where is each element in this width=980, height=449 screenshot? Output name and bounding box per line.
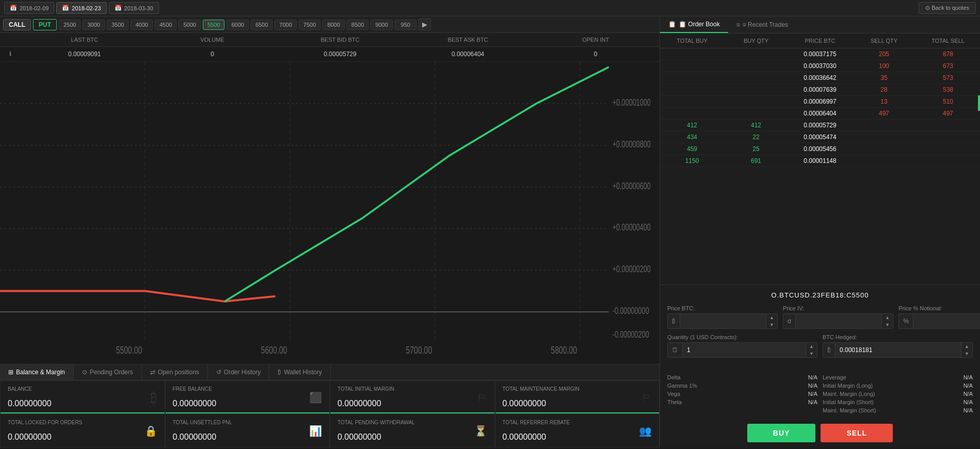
greeks-left: Delta N/A Gamma 1% N/A Vega N/A Theta N/… (667, 373, 817, 414)
tab-balance-margin[interactable]: ⊞ Balance & Margin (0, 364, 74, 380)
info-icon[interactable]: ℹ (0, 49, 21, 59)
date-tab-3[interactable]: 📅 2018-03-30 (109, 2, 159, 14)
strike-3000[interactable]: 3000 (83, 20, 104, 30)
price-notional-group: Price % Notional: % ▲ ▼ (898, 305, 980, 329)
price-iv-input[interactable] (796, 314, 881, 328)
price-row: Price BTC: ₿ ▲ ▼ Price IV: σ (667, 305, 973, 329)
referrer-icon: 👥 (639, 425, 652, 437)
open-int-value: 0 (532, 49, 660, 59)
quantity-icon: 🗒 (668, 343, 683, 357)
trade-buttons: BUY SELL (660, 419, 980, 447)
ob-r4-sell-qty: 28 (852, 84, 916, 95)
date-tab-1[interactable]: 📅 2018-02-09 (4, 2, 54, 14)
locked-orders-label: TOTAL LOCKED FOR ORDERS (8, 420, 157, 425)
strike-2500[interactable]: 2500 (59, 20, 81, 30)
tab-open-positions[interactable]: ⇄ Open positions (142, 364, 208, 380)
price-btc-down[interactable]: ▼ (766, 321, 777, 328)
strike-7000[interactable]: 7000 (275, 20, 296, 30)
best-ask-value: 0.00006404 (404, 49, 532, 59)
strike-6500[interactable]: 6500 (251, 20, 272, 30)
greek-maint-long: Maint. Margin (Long) N/A (823, 390, 973, 398)
greek-initial-long: Initial Margin (Long) N/A (823, 381, 973, 390)
btc-hedged-icon: ₿ (823, 343, 836, 357)
maint-long-value: N/A (963, 391, 973, 397)
strike-8500[interactable]: 8500 (347, 20, 368, 30)
btc-hedged-input[interactable] (836, 343, 961, 357)
balance-card-balance-label: BALANCE (8, 386, 157, 392)
ob-r6-buy-qty (724, 108, 788, 119)
balance-card-initial-margin-label: TOTAL INITIAL MARGIN (338, 386, 487, 392)
header-best-ask: BEST ASK BTC (404, 35, 532, 44)
ob-row-9: 459 25 0.00005456 (660, 143, 980, 155)
tab-wallet-history[interactable]: ₿ Wallet History (269, 364, 331, 380)
vega-value: N/A (808, 391, 817, 397)
strike-8000[interactable]: 8000 (323, 20, 344, 30)
cal-icon-3: 📅 (115, 5, 122, 11)
ob-r8-total-sell (916, 131, 980, 143)
sell-button[interactable]: SELL (821, 424, 893, 442)
put-button[interactable]: PUT (33, 19, 57, 30)
strike-6000[interactable]: 6000 (227, 20, 248, 30)
strike-9000[interactable]: 9000 (371, 20, 392, 30)
balance-section-1: BALANCE 0.00000000 ₿ FREE BALANCE 0.0000… (0, 380, 660, 414)
pending-orders-icon: ⊙ (82, 369, 87, 376)
tab-order-book[interactable]: 📋 📋 Order Book (660, 16, 728, 33)
call-button[interactable]: CALL (3, 19, 31, 30)
buy-button[interactable]: BUY (747, 424, 816, 442)
balance-margin-icon: ⊞ (8, 369, 13, 376)
ob-r10-sell-qty (852, 155, 916, 167)
btc-hedged-input-wrapper: ₿ ▲ ▼ (823, 342, 973, 358)
strike-arrow-right[interactable]: ▶ (419, 19, 431, 30)
ob-row-6: 0.00006404 497 497 (660, 108, 980, 120)
ob-r1-total-buy (660, 48, 724, 60)
strike-4500[interactable]: 4500 (155, 20, 176, 30)
quantity-input-wrapper: 🗒 ▲ ▼ (667, 342, 817, 358)
quantity-row: Quantity (1 USD Contracts): 🗒 ▲ ▼ BTC He… (667, 334, 973, 358)
price-iv-up[interactable]: ▲ (882, 314, 893, 321)
price-btc-input[interactable] (680, 314, 766, 328)
ob-r5-total-buy (660, 96, 724, 107)
strike-7500[interactable]: 7500 (299, 20, 320, 30)
price-iv-down[interactable]: ▼ (882, 321, 893, 328)
back-to-quotes-button[interactable]: ⊙ Back to quotes (919, 2, 976, 14)
ob-r7-total-buy: 412 (660, 120, 724, 131)
quantity-input[interactable] (683, 343, 806, 357)
strike-950[interactable]: 950 (395, 20, 416, 30)
header-volume: VOLUME (149, 35, 277, 44)
quantity-down[interactable]: ▼ (806, 350, 817, 357)
delta-value: N/A (808, 374, 817, 380)
date-tab-2[interactable]: 📅 2018-02-23 (56, 2, 106, 14)
quantity-label: Quantity (1 USD Contracts): (667, 334, 817, 340)
header-best-bid: BEST BID BTC (276, 35, 404, 44)
strike-5500[interactable]: 5500 (203, 20, 224, 30)
locked-icon: 🔒 (144, 425, 157, 437)
svg-text:+0.00000600: +0.00000600 (613, 180, 651, 191)
tab-order-history[interactable]: ↺ Order History (208, 364, 269, 380)
ob-row-7: 412 412 0.00005729 (660, 120, 980, 131)
chart-svg: 5500.00 5600.00 5700.00 5800.00 +0.00001… (0, 62, 660, 364)
price-notional-input[interactable] (913, 314, 980, 328)
pending-withdrawal-value: 0.00000000 (338, 433, 487, 442)
price-btc-up[interactable]: ▲ (766, 314, 777, 321)
tab-recent-trades[interactable]: ≡ ≡ Recent Trades (728, 16, 796, 33)
quantity-up[interactable]: ▲ (806, 343, 817, 350)
price-notional-label: Price % Notional: (898, 305, 980, 311)
btc-hedged-arrows: ▲ ▼ (961, 343, 972, 357)
tab-pending-orders[interactable]: ⊙ Pending Orders (74, 364, 142, 380)
strike-4000[interactable]: 4000 (131, 20, 152, 30)
order-book-table: TOTAL BUY BUY QTY PRICE BTC SELL QTY TOT… (660, 34, 980, 285)
balance-card-free-value: 0.00000000 (173, 399, 323, 408)
ob-header-sell-qty: SELL QTY (852, 36, 916, 45)
unsettled-pnl-value: 0.00000000 (173, 433, 323, 442)
ob-scrollbar[interactable] (978, 95, 980, 111)
btc-hedged-up[interactable]: ▲ (961, 343, 972, 350)
svg-text:+0.00000200: +0.00000200 (613, 264, 651, 274)
bottom-tabs: ⊞ Balance & Margin ⊙ Pending Orders ⇄ Op… (0, 364, 660, 380)
balance-green-line-1 (1, 412, 165, 413)
right-tabs: 📋 📋 Order Book ≡ ≡ Recent Trades (660, 16, 980, 34)
strike-5000[interactable]: 5000 (179, 20, 200, 30)
ob-r10-buy-qty: 691 (724, 155, 788, 167)
ob-r1-price: 0.00037175 (788, 48, 852, 60)
strike-3500[interactable]: 3500 (107, 20, 128, 30)
btc-hedged-down[interactable]: ▼ (961, 350, 972, 357)
